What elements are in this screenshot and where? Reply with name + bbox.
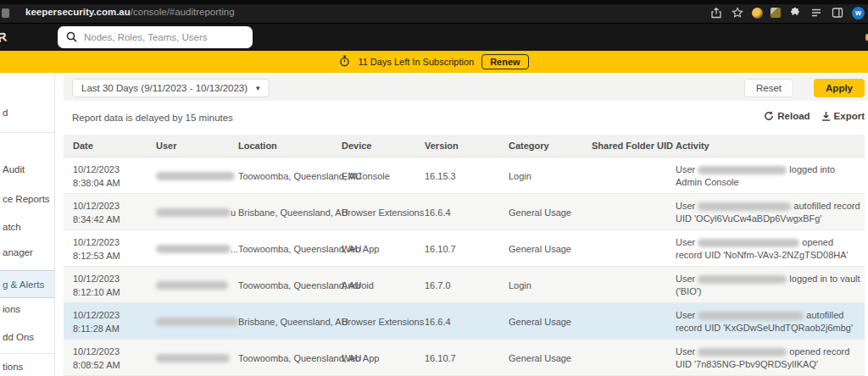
browser-tab-strip <box>0 0 868 4</box>
redacted-text-blur <box>156 318 238 326</box>
activity-cell: User autofilled record UID 'OCyl6VuCw4aB… <box>676 194 860 224</box>
device-cell: Browser Extensions <box>342 194 424 230</box>
date-cell: 10/12/20238:38:04 AM <box>73 158 120 194</box>
user-cell <box>156 158 238 194</box>
apply-button[interactable]: Apply <box>814 79 865 97</box>
redacted-text-blur <box>156 281 228 290</box>
subscription-banner: 11 Days Left In Subscription Renew <box>0 51 868 73</box>
sidebar-item[interactable]: anager <box>3 247 33 257</box>
column-header: Version <box>425 141 459 151</box>
date-range-dropdown[interactable]: Last 30 Days (9/11/2023 - 10/13/2023) ▾ <box>72 79 270 97</box>
table-row[interactable]: 10/12/20238:08:52 AMToowoomba, Queenslan… <box>64 340 865 376</box>
export-button[interactable]: Export <box>821 111 865 121</box>
reload-button[interactable]: Reload <box>764 111 810 121</box>
category-cell: General Usage <box>509 194 571 230</box>
renew-button[interactable]: Renew <box>481 54 528 69</box>
category-cell: General Usage <box>509 230 571 267</box>
version-cell: 16.6.4 <box>425 194 451 230</box>
column-header: Activity <box>676 141 860 151</box>
share-icon[interactable] <box>709 6 723 19</box>
audit-table-header: DateUserLocationDeviceVersionCategorySha… <box>64 135 865 158</box>
redacted-text-blur <box>698 312 804 320</box>
version-cell: 16.10.7 <box>425 230 456 267</box>
date-range-label: Last 30 Days (9/11/2023 - 10/13/2023) <box>81 83 248 93</box>
redacted-text-blur <box>698 275 787 284</box>
sidebar-divider <box>0 353 55 354</box>
version-cell: 16.7.0 <box>425 267 451 303</box>
reset-button[interactable]: Reset <box>744 79 793 97</box>
extension-gold-icon[interactable] <box>752 8 763 19</box>
user-cell <box>156 303 238 340</box>
redacted-text-blur <box>156 172 235 180</box>
search-input[interactable] <box>84 32 236 42</box>
admin-console-screen: keepersecurity.com.au/console/#auditrepo… <box>0 0 868 376</box>
activity-cell: User autofilled record UID 'KxGDwSeUhdTQ… <box>676 303 860 334</box>
sidebar-item[interactable]: dd Ons <box>3 332 34 342</box>
audit-report-content: Last 30 Days (9/11/2023 - 10/13/2023) ▾ … <box>56 73 868 376</box>
browser-profile-avatar[interactable]: w <box>852 7 865 19</box>
table-row[interactable]: 10/12/20238:34:42 AMuBrisbane, Queenslan… <box>64 194 865 230</box>
chevron-down-icon: ▾ <box>256 84 260 92</box>
device-cell: Web App <box>342 230 379 267</box>
extension-olive-icon[interactable] <box>771 8 781 18</box>
table-row[interactable]: 10/12/20238:12:10 AMToowoomba, Queenslan… <box>64 267 865 303</box>
category-cell: General Usage <box>509 340 571 376</box>
user-cell: ... <box>156 230 238 267</box>
table-actions: Reload Export <box>764 111 865 121</box>
user-cell: u <box>156 194 238 230</box>
device-cell: Android <box>342 267 374 303</box>
timer-icon <box>339 55 350 69</box>
sidebar-item[interactable]: tions <box>3 362 23 372</box>
report-delay-notice: Report data is delayed by 15 minutes <box>72 113 233 123</box>
sidebar-item[interactable]: d <box>3 108 8 118</box>
browser-toolbar-icons: w <box>709 5 865 20</box>
table-row[interactable]: 10/12/20238:11:28 AMBrisbane, Queensland… <box>64 303 865 340</box>
audit-table: DateUserLocationDeviceVersionCategorySha… <box>64 135 865 376</box>
activity-cell: User opened record UID 'NoNfm-VAv3-2NZgT… <box>676 230 860 261</box>
activity-cell: User logged in to vault ('BIO') <box>676 267 860 297</box>
reading-list-icon[interactable] <box>810 6 823 19</box>
location-cell: Brisbane, Queensland, AU <box>238 303 348 340</box>
date-cell: 10/12/20238:34:42 AM <box>73 194 120 230</box>
filter-bar: Last 30 Days (9/11/2023 - 10/13/2023) ▾ … <box>64 75 868 101</box>
version-cell: 16.10.7 <box>425 340 456 376</box>
table-row[interactable]: 10/12/20238:12:53 AM...Toowoomba, Queens… <box>64 230 865 267</box>
column-header: Shared Folder UID <box>592 141 673 151</box>
column-header: Device <box>342 141 371 151</box>
user-cell <box>156 267 238 303</box>
activity-cell: User opened record UID '7n835NG-Pbv9QRDS… <box>676 340 860 370</box>
version-cell: 16.6.4 <box>425 303 451 340</box>
reload-label: Reload <box>777 111 810 121</box>
date-cell: 10/12/20238:12:53 AM <box>73 230 120 267</box>
redacted-text-blur <box>698 202 791 211</box>
column-header: Date <box>73 141 93 151</box>
url-text[interactable]: keepersecurity.com.au/console/#auditrepo… <box>25 7 235 17</box>
bookmark-star-icon[interactable] <box>731 6 744 19</box>
sidebar-item[interactable]: ions <box>3 304 20 314</box>
redacted-text-blur <box>156 245 231 253</box>
url-path: /console/#auditreporting <box>131 7 235 17</box>
location-cell: Brisbane, Queensland, AU <box>238 194 348 230</box>
sidebar-item[interactable]: Audit <box>3 164 25 174</box>
date-cell: 10/12/20238:08:52 AM <box>73 340 120 376</box>
app-header: R <box>0 24 868 51</box>
keeper-logo-fragment: R <box>0 29 8 45</box>
sidebar-item[interactable]: atch <box>3 222 21 232</box>
redacted-text-blur <box>156 208 231 217</box>
date-cell: 10/12/20238:11:28 AM <box>73 303 120 340</box>
site-favicon-fragment <box>2 8 9 18</box>
browser-address-bar: keepersecurity.com.au/console/#auditrepo… <box>0 0 868 24</box>
sidebar-item[interactable]: g & Alerts <box>0 270 55 298</box>
sidebar-item[interactable]: ce Reports <box>3 194 50 204</box>
redacted-text-blur <box>698 166 787 174</box>
category-cell: General Usage <box>509 303 571 340</box>
sidebar-nav: dAuditce Reportsatchanagerg & Alertsions… <box>0 73 55 376</box>
side-panel-icon[interactable] <box>831 6 844 19</box>
column-header: User <box>156 141 238 151</box>
table-row[interactable]: 10/12/20238:38:04 AMToowoomba, Queenslan… <box>64 158 865 194</box>
global-search[interactable] <box>58 26 253 48</box>
banner-message: 11 Days Left In Subscription <box>358 57 474 67</box>
url-domain: keepersecurity.com.au <box>25 7 131 17</box>
extensions-puzzle-icon[interactable] <box>788 6 802 19</box>
redacted-text-blur <box>698 348 787 357</box>
